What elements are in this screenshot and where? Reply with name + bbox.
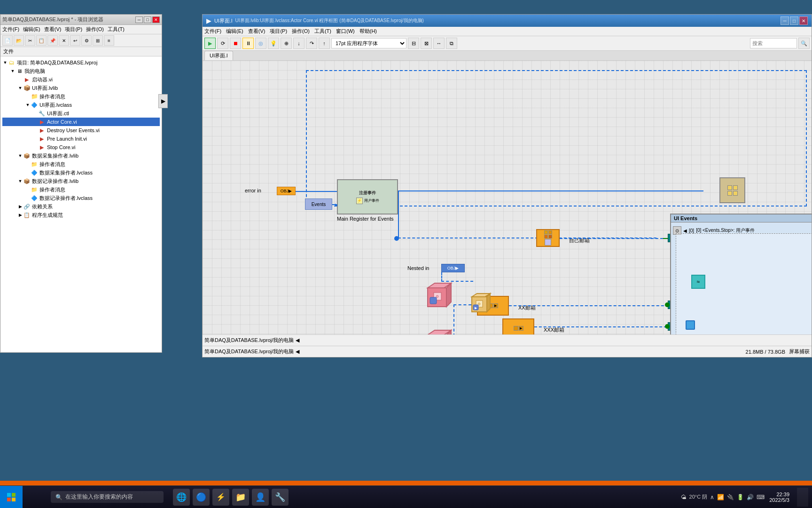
align-button[interactable]: ⊟: [408, 38, 419, 49]
tree-item-uictl[interactable]: 🔧 UI界面.ctl: [2, 109, 160, 118]
expand-deps[interactable]: ▶: [17, 204, 23, 209]
panel-arrow-button[interactable]: ▶: [158, 94, 168, 108]
start-button[interactable]: [0, 486, 23, 508]
label-uiclass: UI界面.lvclass: [39, 102, 72, 109]
pause-button[interactable]: ⏸: [242, 38, 254, 49]
highlight-button[interactable]: 💡: [268, 38, 279, 49]
undo-button[interactable]: ↩: [70, 35, 80, 46]
taskbar-ie-icon[interactable]: 🌐: [173, 489, 190, 506]
abort-button[interactable]: ⏹: [230, 38, 241, 49]
diagram-canvas[interactable]: error in OBJ▶ 注册事件 ⚡ 用户事件 Events ▶: [203, 61, 812, 334]
tree-item-uilib[interactable]: ▼ 📦 UI界面.lvlib: [2, 84, 160, 92]
vi-menu-window[interactable]: 窗口(W): [336, 28, 355, 35]
tray-sound[interactable]: 🔊: [747, 494, 754, 500]
vi-menu-project[interactable]: 项目(P): [270, 28, 287, 35]
tab-vi[interactable]: UI界面.l: [204, 51, 233, 60]
open-button[interactable]: 📂: [14, 35, 24, 46]
search-input[interactable]: [750, 38, 797, 48]
taskbar-tool-icon[interactable]: 🔧: [272, 489, 289, 506]
cut-button[interactable]: ✂: [25, 35, 35, 46]
clean-button[interactable]: ◎: [255, 38, 266, 49]
resize-button[interactable]: ↔: [433, 38, 445, 49]
expand-root[interactable]: ▼: [2, 60, 8, 65]
properties-button[interactable]: ⚙: [81, 35, 92, 46]
tray-network[interactable]: 🌤: [681, 494, 687, 500]
step-over[interactable]: ↷: [306, 38, 317, 49]
tree-item-dblib[interactable]: ▼ 📦 数据记录操作者.lvlib: [2, 177, 160, 185]
vi-menu-help[interactable]: 帮助(H): [359, 28, 377, 35]
expand-computer[interactable]: ▼: [10, 69, 16, 73]
tree-item-actorcore[interactable]: ▶ Actor Core.vi: [2, 118, 160, 126]
menu-file[interactable]: 文件(F): [2, 26, 19, 33]
new-button[interactable]: 📄: [2, 35, 13, 46]
status-path2: 简单DAQ及DATABASE.lvproj/我的电脑 ◀: [204, 348, 744, 355]
step-out[interactable]: ↑: [319, 38, 330, 49]
tree-item-dbopmsg[interactable]: 📁 操作者消息: [2, 185, 160, 194]
reorder-button[interactable]: ⧉: [446, 38, 457, 49]
tree-item-deps[interactable]: ▶ 🔗 依赖关系: [2, 202, 160, 211]
menu-operate[interactable]: 操作(O): [86, 26, 104, 33]
taskbar-search[interactable]: 🔍 在这里输入你要搜索的内容: [51, 491, 164, 503]
tree-item-dbclass[interactable]: 🔷 数据记录操作者.lvclass: [2, 194, 160, 202]
taskbar-labview-icon[interactable]: ⚡: [212, 489, 229, 506]
menu-tools[interactable]: 工具(T): [108, 26, 125, 33]
project-tree[interactable]: ▼ 🗂 项目: 简单DAQ及DATABASE.lvproj ▼ 🖥 我的电脑 ▶…: [0, 56, 162, 352]
dist-button[interactable]: ⊠: [421, 38, 432, 49]
tree-item-prelaunch[interactable]: ▶ Pre Launch Init.vi: [2, 135, 160, 143]
delete-button[interactable]: ✕: [59, 35, 69, 46]
font-selector[interactable]: 17pt 应用程序字体: [331, 38, 406, 48]
vi-maximize[interactable]: □: [790, 16, 798, 25]
tree-item-buildspec[interactable]: ▶ 📋 程序生成规范: [2, 211, 160, 219]
vi-minimize[interactable]: ─: [781, 16, 789, 25]
view-button[interactable]: ≡: [104, 35, 114, 46]
tray-usb[interactable]: 🔌: [727, 494, 734, 500]
tree-item-uiclass[interactable]: ▼ 🔷 UI界面.lvclass: [2, 101, 160, 109]
copy-button[interactable]: 📋: [36, 35, 47, 46]
tray-input[interactable]: ⌨: [757, 494, 765, 500]
vi-menu-operate[interactable]: 操作(O): [292, 28, 310, 35]
tree-item-daqclass[interactable]: 🔷 数据采集操作者.lvclass: [2, 168, 160, 177]
tree-item-starter[interactable]: ▶ 启动器.vi: [2, 75, 160, 84]
run-cont-button[interactable]: ⟳: [217, 38, 228, 49]
vi-menu-file[interactable]: 文件(F): [204, 28, 221, 35]
minimize-button[interactable]: ─: [135, 16, 143, 23]
tray-battery[interactable]: 🔋: [737, 494, 744, 500]
show-desktop-button[interactable]: [797, 488, 808, 507]
expand-buildspec[interactable]: ▶: [17, 213, 23, 217]
vi-menu-tools[interactable]: 工具(T): [314, 28, 331, 35]
retain-button[interactable]: ⊕: [281, 38, 292, 49]
paste-button[interactable]: 📌: [47, 35, 58, 46]
menu-edit[interactable]: 编辑(E): [23, 26, 40, 33]
expand-uilib[interactable]: ▼: [17, 86, 23, 90]
tree-item-computer[interactable]: ▼ 🖥 我的电脑: [2, 67, 160, 75]
tray-wifi[interactable]: 📶: [717, 494, 724, 500]
grid-button[interactable]: ⊞: [93, 35, 103, 46]
taskbar-user-icon[interactable]: 👤: [252, 489, 269, 506]
tree-item-stopcore[interactable]: ▶ Stop Core.vi: [2, 143, 160, 151]
taskbar-edge-icon[interactable]: 🔵: [193, 489, 210, 506]
tray-arrow[interactable]: ∧: [710, 494, 714, 500]
tree-item-opmsg[interactable]: 📁 操作者消息: [2, 92, 160, 101]
expand-dblib[interactable]: ▼: [17, 179, 23, 183]
memory-info: 21.8MB / 73.8GB 屏幕捕获: [746, 348, 810, 355]
menu-project[interactable]: 项目(P): [65, 26, 82, 33]
tree-item-daqopmsg[interactable]: 📁 操作者消息: [2, 160, 160, 168]
vi-menu-edit[interactable]: 编辑(E): [226, 28, 243, 35]
close-button[interactable]: ✕: [152, 16, 160, 23]
tree-item-root[interactable]: ▼ 🗂 项目: 简单DAQ及DATABASE.lvproj: [2, 58, 160, 67]
menu-view[interactable]: 查看(V): [44, 26, 62, 33]
run-button[interactable]: ▶: [204, 38, 216, 49]
maximize-button[interactable]: □: [144, 16, 151, 23]
vi-tab-label: UI界面.l: [214, 17, 233, 24]
vi-menu-view[interactable]: 查看(V): [248, 28, 265, 35]
tree-item-daqlib[interactable]: ▼ 📦 数据采集操作者.lvlib: [2, 151, 160, 160]
expand-daqlib[interactable]: ▼: [17, 153, 23, 158]
taskbar-folder-icon[interactable]: 📁: [232, 489, 249, 506]
vi-close[interactable]: ✕: [799, 16, 808, 25]
icon-destroy: ▶: [38, 127, 46, 134]
search-button[interactable]: 🔍: [798, 38, 810, 49]
tree-item-destroyevents[interactable]: ▶ Destroy User Events.vi: [2, 126, 160, 135]
xxx-node: ▶: [502, 318, 534, 334]
step-into[interactable]: ↓: [293, 38, 304, 49]
expand-uiclass[interactable]: ▼: [25, 103, 31, 107]
